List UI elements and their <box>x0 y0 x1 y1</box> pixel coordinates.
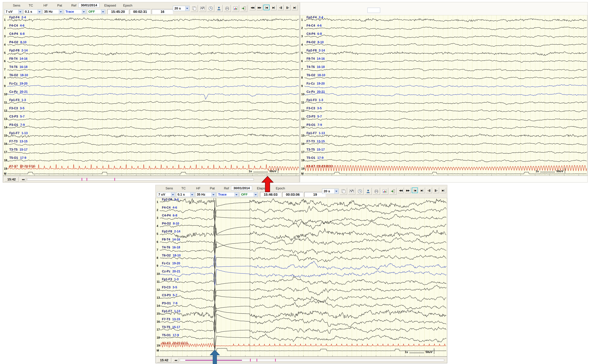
clock-icon[interactable] <box>356 188 364 195</box>
ref-label: Ref <box>224 187 229 190</box>
time-scale-label: 1s <box>249 170 252 173</box>
copy-icon[interactable] <box>191 5 198 12</box>
channel-label: T5-O117-9 <box>306 156 324 160</box>
channel-number: 10 <box>157 272 160 276</box>
transport-play-button[interactable]: ▶| <box>440 188 446 193</box>
channel-number: 7 <box>157 248 158 252</box>
channel-number: 14 <box>157 304 160 308</box>
channel-label: T3-T515-17 <box>162 325 180 329</box>
time-constant-select[interactable]: 0.1 s <box>24 9 42 14</box>
transport-page-end-button[interactable]: ▶| <box>419 188 425 193</box>
date-field: 30/01/2014 <box>231 186 252 190</box>
amplitude-bar <box>278 168 278 173</box>
sensitivity-select[interactable]: 7 uV <box>157 192 175 197</box>
transport-step-forward-button[interactable]: ||▷ <box>433 188 439 193</box>
channel-number: 11 <box>301 101 304 104</box>
transport-fast-backward-button[interactable]: ◀◀ <box>249 5 256 10</box>
channel-label: F7-T313-15 <box>9 140 27 143</box>
transport-step-back-button[interactable]: ◁|| <box>278 5 284 10</box>
exit-icon[interactable] <box>240 5 247 12</box>
channel-label: F3-C33-5 <box>306 106 322 110</box>
pat-label: Pat <box>57 4 62 7</box>
analysis-icon <box>233 6 238 11</box>
eeg-trace-area[interactable]: 1Fp2-F42-42F4-C44-63C4-P46-84P4-O28-105F… <box>3 15 299 176</box>
channel-label: C3-P35-7 <box>162 293 177 297</box>
analysis-icon[interactable] <box>381 188 388 195</box>
transport-step-forward-button[interactable]: ||▷ <box>285 5 291 10</box>
timebase-select[interactable]: 20 s <box>173 6 189 11</box>
eeg-trace-area[interactable]: 1Fp2-F42-42F4-C44-63C4-P46-84P4-O28-105F… <box>300 15 587 176</box>
channel-number: 4 <box>301 43 303 46</box>
sensitivity-select[interactable]: 7 uV <box>4 9 22 14</box>
eeg-trace-area[interactable]: 1Fp2-F42-42F4-C44-63C4-P46-84P4-O28-105F… <box>156 198 447 357</box>
nav-time-button[interactable]: 15:42 <box>157 358 171 363</box>
channel-label: T6-O218-10 <box>162 254 181 257</box>
montage-icon[interactable] <box>348 188 355 195</box>
high-filter-value: 35 Hz <box>44 10 53 13</box>
analysis-icon[interactable] <box>232 5 239 12</box>
channel-number: 9 <box>157 264 158 268</box>
channel-label: X2-X722-23 ECG <box>162 341 188 345</box>
channel-number: 6 <box>4 59 6 63</box>
channel-label: F3-C33-5 <box>9 106 24 110</box>
channel-number: 2 <box>301 26 303 30</box>
copy-icon[interactable] <box>340 188 347 195</box>
channel-label: F8-T414-16 <box>9 57 27 61</box>
eeg-traces-svg <box>300 15 587 176</box>
channel-number: 2 <box>4 26 6 30</box>
channel-number: 4 <box>157 224 158 228</box>
reference-select[interactable]: OFF <box>87 9 105 14</box>
time-constant-select[interactable]: 0.1 s <box>176 192 194 197</box>
high-filter-select[interactable]: 35 Hz <box>43 9 63 14</box>
pattern-select[interactable]: Trace <box>64 9 86 14</box>
montage-icon[interactable] <box>199 5 206 12</box>
channel-label: F8-T414-16 <box>162 238 180 241</box>
channel-label: C4-P46-8 <box>9 32 25 36</box>
reference-select[interactable]: OFF <box>240 192 258 197</box>
chevron-down-icon <box>235 192 238 197</box>
timeline-scrollbar[interactable] <box>27 178 254 181</box>
nav-time-button[interactable]: 15:42 <box>5 177 19 182</box>
channel-number: 9 <box>4 84 6 88</box>
nav-marker <box>250 359 251 362</box>
channel-label: Fp2-F42-4 <box>9 16 26 19</box>
channel-number: 2 <box>157 208 158 212</box>
main-toolbar: Sens TC HF Pat Ref 30/01/2014 Elapsed Ep… <box>156 185 447 198</box>
transport-play-button[interactable]: ▶| <box>292 5 298 10</box>
transport-fast-forward-button[interactable]: ▶▶ <box>256 5 263 10</box>
print-icon[interactable] <box>224 5 231 12</box>
scroll-left-button[interactable]: ◀◀ <box>20 177 26 181</box>
channel-label: Fp1-F31-3 <box>9 98 26 102</box>
patient-icon[interactable] <box>215 5 223 12</box>
channel-number: 8 <box>157 256 158 260</box>
sens-label: Sens <box>13 4 20 7</box>
pattern-select[interactable]: Trace <box>217 192 239 197</box>
icon-buttons <box>191 5 247 12</box>
chevron-down-icon <box>334 189 338 194</box>
transport-page-start-button[interactable]: |◀ <box>412 188 418 193</box>
transport-step-back-button[interactable]: ◁|| <box>426 188 432 193</box>
hf-label: HF <box>196 187 200 190</box>
timebase-value: 20 s <box>324 189 330 193</box>
transport-fast-forward-button[interactable]: ▶▶ <box>405 188 411 193</box>
high-filter-select[interactable]: 35 Hz <box>195 192 216 197</box>
transport-page-end-button[interactable]: ▶| <box>271 5 277 10</box>
time-scale-label: 1s <box>536 170 539 173</box>
exit-icon[interactable] <box>389 188 397 195</box>
channel-number: 5 <box>4 51 6 55</box>
transport-page-start-button[interactable]: |◀ <box>263 5 270 10</box>
channel-number: 15 <box>4 134 7 137</box>
timebase-select[interactable]: 20 s <box>322 189 339 194</box>
clock-icon[interactable] <box>207 5 214 12</box>
channel-number: 1 <box>157 200 158 204</box>
channel-label: T4-T616-18 <box>9 65 27 69</box>
channel-label: Fp2-F42-4 <box>162 198 179 202</box>
channel-label: Cz-Pz20-21 <box>306 90 325 94</box>
patient-icon[interactable] <box>365 188 372 195</box>
transport-fast-backward-button[interactable]: ◀◀ <box>398 188 404 193</box>
channel-number: M <box>4 172 6 176</box>
scroll-left-button[interactable]: ◀◀ <box>172 358 179 362</box>
channel-label: T4-T616-18 <box>162 246 180 249</box>
channel-label: F7-T313-15 <box>306 140 325 143</box>
print-icon[interactable] <box>373 188 380 195</box>
